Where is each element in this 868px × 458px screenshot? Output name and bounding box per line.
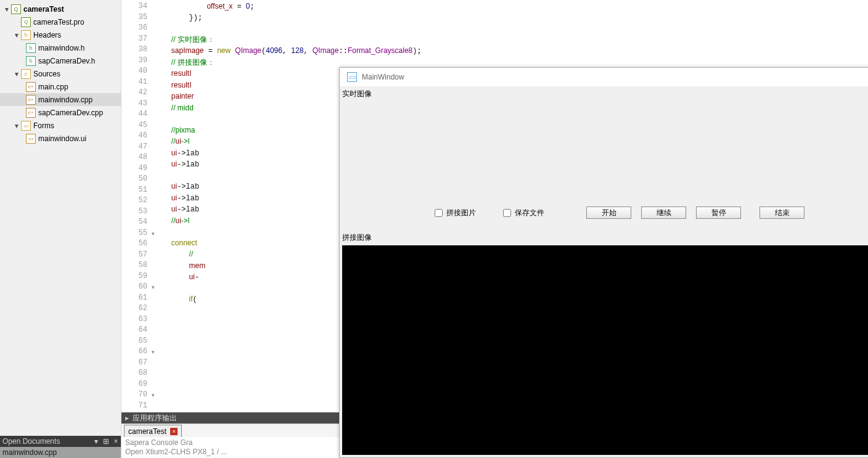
open-documents-header: Open Documents ▾ ⊞ × bbox=[0, 436, 121, 447]
editor-pane: 34 35 36 37 38 39 40 41 42 43 44 45 46 4… bbox=[121, 0, 868, 458]
save-checkbox-label: 保存文件 bbox=[515, 208, 544, 218]
ui-file-icon: ▭ bbox=[26, 134, 36, 144]
close-icon[interactable]: × bbox=[111, 437, 121, 446]
project-name: cameraTest bbox=[23, 5, 64, 14]
open-document-item[interactable]: mainwindow.cpp bbox=[0, 447, 121, 458]
continue-button[interactable]: 继续 bbox=[641, 207, 686, 219]
chevron-down-icon: ▾ bbox=[12, 70, 21, 78]
file-label: main.cpp bbox=[38, 83, 68, 91]
split-icon[interactable]: ⊞ bbox=[101, 437, 111, 446]
line-number-gutter: 34 35 36 37 38 39 40 41 42 43 44 45 46 4… bbox=[121, 0, 154, 412]
save-checkbox[interactable] bbox=[503, 209, 511, 217]
pro-file-icon: Q bbox=[21, 17, 31, 27]
chevron-down-icon: ▾ bbox=[12, 31, 21, 39]
tree-source-file[interactable]: c+ main.cpp bbox=[0, 80, 121, 93]
forms-label: Forms bbox=[33, 121, 54, 130]
file-label: mainwindow.h bbox=[38, 44, 84, 52]
dropdown-icon[interactable]: ▾ bbox=[91, 437, 101, 446]
tree-sources[interactable]: ▾ c Sources bbox=[0, 67, 121, 80]
cpp-icon: c+ bbox=[26, 82, 36, 92]
chevron-right-icon[interactable]: ▸ bbox=[125, 414, 129, 422]
stitch-image-area bbox=[342, 245, 868, 455]
window-titlebar[interactable]: ▭ MainWindow — ☐ ✕ bbox=[340, 68, 868, 86]
tree-source-file-selected[interactable]: c+ mainwindow.cpp bbox=[0, 93, 121, 106]
chevron-down-icon: ▾ bbox=[2, 5, 11, 14]
tree-ui-file[interactable]: ▭ mainwindow.ui bbox=[0, 132, 121, 145]
header-icon: h bbox=[26, 56, 36, 66]
open-documents-list: mainwindow.cpp bbox=[0, 447, 121, 458]
tree-header-file[interactable]: h sapCameraDev.h bbox=[0, 54, 121, 67]
output-tab-label: cameraTest bbox=[128, 427, 166, 436]
file-label: sapCameraDev.h bbox=[38, 57, 95, 65]
stitch-image-label: 拼接图像 bbox=[342, 232, 868, 243]
tree-pro-file[interactable]: Q cameraTest.pro bbox=[0, 15, 121, 28]
pro-file-label: cameraTest.pro bbox=[33, 18, 84, 27]
tree-root[interactable]: ▾ Q cameraTest bbox=[0, 2, 121, 15]
window-client-area: 实时图像 拼接图片 保存文件 开始 继续 暂停 bbox=[340, 86, 868, 457]
runtime-window[interactable]: ▭ MainWindow — ☐ ✕ 实时图像 拼接图片 保存文件 bbox=[339, 67, 868, 458]
tree-forms[interactable]: ▾ ▭ Forms bbox=[0, 119, 121, 132]
stitch-checkbox[interactable] bbox=[435, 209, 443, 217]
project-sidebar: ▾ Q cameraTest Q cameraTest.pro ▾ h Head… bbox=[0, 0, 121, 458]
chevron-down-icon: ▾ bbox=[12, 121, 21, 130]
file-label: mainwindow.ui bbox=[38, 134, 86, 143]
cpp-icon: c+ bbox=[26, 108, 36, 118]
live-image-area bbox=[342, 99, 868, 199]
folder-icon: ▭ bbox=[21, 121, 31, 131]
project-icon: Q bbox=[11, 4, 21, 14]
folder-icon: c bbox=[21, 69, 31, 79]
header-icon: h bbox=[26, 43, 36, 53]
headers-label: Headers bbox=[33, 31, 61, 39]
cpp-icon: c+ bbox=[26, 95, 36, 105]
control-row: 拼接图片 保存文件 开始 继续 暂停 结束 bbox=[342, 199, 868, 226]
output-tab[interactable]: cameraTest × bbox=[124, 425, 182, 437]
pause-button[interactable]: 暂停 bbox=[696, 207, 741, 219]
tree-header-file[interactable]: h mainwindow.h bbox=[0, 41, 121, 54]
folder-icon: h bbox=[21, 30, 31, 40]
file-label: sapCameraDev.cpp bbox=[38, 108, 103, 117]
start-button[interactable]: 开始 bbox=[586, 207, 631, 219]
tree-source-file[interactable]: c+ sapCameraDev.cpp bbox=[0, 106, 121, 119]
sources-label: Sources bbox=[33, 70, 60, 78]
stitch-checkbox-wrap[interactable]: 拼接图片 bbox=[435, 208, 476, 218]
live-image-label: 实时图像 bbox=[342, 89, 868, 99]
close-icon[interactable]: × bbox=[170, 428, 178, 435]
stop-button[interactable]: 结束 bbox=[760, 207, 805, 219]
window-title: MainWindow bbox=[362, 73, 404, 81]
tree-headers[interactable]: ▾ h Headers bbox=[0, 28, 121, 41]
open-document-label: mainwindow.cpp bbox=[2, 448, 57, 457]
stitch-checkbox-label: 拼接图片 bbox=[446, 208, 476, 218]
output-panel-title: 应用程序输出 bbox=[133, 413, 177, 423]
save-checkbox-wrap[interactable]: 保存文件 bbox=[503, 208, 544, 218]
file-label: mainwindow.cpp bbox=[38, 96, 92, 104]
app-icon: ▭ bbox=[347, 72, 357, 82]
open-documents-title: Open Documents bbox=[2, 437, 60, 446]
project-tree: ▾ Q cameraTest Q cameraTest.pro ▾ h Head… bbox=[0, 0, 121, 436]
